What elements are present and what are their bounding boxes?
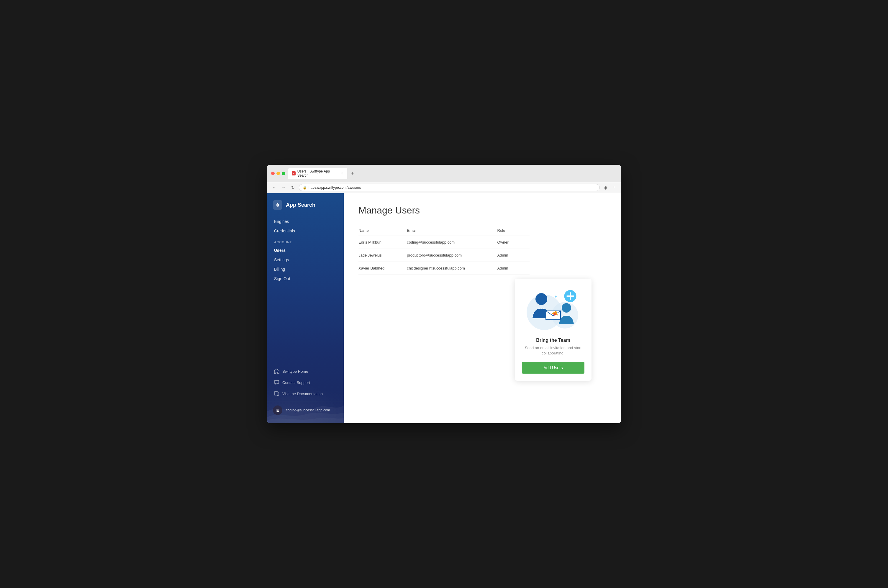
tab-close-button[interactable]: ✕ [340, 171, 344, 176]
col-header-role: Role [497, 225, 530, 236]
svg-point-9 [553, 313, 556, 315]
browser-tab-active[interactable]: S Users | Swiftype App Search ✕ [288, 168, 347, 179]
sidebar-bottom: Swiftype Home Contact Support Visit the … [267, 361, 344, 423]
invite-card-title: Bring the Team [522, 338, 584, 343]
sidebar-app-name: App Search [286, 202, 316, 208]
browser-window: S Users | Swiftype App Search ✕ + ← → ↻ … [267, 165, 621, 423]
sidebar-header: App Search [267, 193, 344, 217]
svg-point-2 [535, 293, 547, 305]
address-bar[interactable]: 🔒 https://app.swiftype.com/as/users [299, 184, 600, 191]
cell-email: coding@successfulapp.com [407, 236, 497, 249]
invite-card: + + Bring the Team Send an email invitat… [515, 279, 592, 381]
swiftype-home-label: Swiftype Home [282, 369, 308, 374]
cell-role: Admin [497, 262, 530, 275]
app-logo [273, 200, 282, 210]
table-row: Xavier Baldhed chicdesigner@successfulap… [358, 262, 530, 275]
menu-button[interactable]: ⋮ [610, 184, 618, 191]
invite-card-subtitle: Send an email invitation and start colla… [522, 345, 584, 356]
tab-title: Users | Swiftype App Search [298, 169, 338, 177]
main-content: Manage Users Name Email Role Edris Milkb… [344, 193, 621, 423]
sidebar-item-engines[interactable]: Engines [267, 217, 344, 226]
app-container: App Search Engines Credentials ACCOUNT U… [267, 193, 621, 423]
sidebar-user: E coding@successfulapp.com [267, 402, 344, 418]
svg-text:+: + [554, 294, 557, 299]
account-section-label: ACCOUNT [267, 236, 344, 246]
new-tab-button[interactable]: + [349, 170, 356, 177]
sidebar: App Search Engines Credentials ACCOUNT U… [267, 193, 344, 423]
cell-role: Admin [497, 249, 530, 262]
reload-button[interactable]: ↻ [289, 184, 296, 191]
sidebar-item-signout[interactable]: Sign Out [267, 274, 344, 284]
visit-docs-label: Visit the Documentation [282, 392, 323, 396]
tab-favicon: S [292, 171, 296, 176]
cell-email: chicdesigner@successfulapp.com [407, 262, 497, 275]
home-icon [274, 369, 279, 374]
page-title: Manage Users [358, 205, 606, 216]
col-header-email: Email [407, 225, 497, 236]
svg-point-3 [562, 303, 571, 313]
back-button[interactable]: ← [270, 184, 278, 191]
contact-support-label: Contact Support [282, 380, 310, 385]
swiftype-home-link[interactable]: Swiftype Home [267, 366, 344, 377]
url-text: https://app.swiftype.com/as/users [309, 186, 361, 190]
cell-name: Xavier Baldhed [358, 262, 407, 275]
browser-toolbar: ← → ↻ 🔒 https://app.swiftype.com/as/user… [267, 182, 621, 193]
maximize-button[interactable] [282, 172, 285, 175]
main-area: Manage Users Name Email Role Edris Milkb… [358, 205, 606, 275]
minimize-button[interactable] [276, 172, 280, 175]
browser-titlebar: S Users | Swiftype App Search ✕ + [267, 165, 621, 182]
book-icon [274, 391, 279, 396]
contact-support-link[interactable]: Contact Support [267, 377, 344, 388]
forward-button[interactable]: → [280, 184, 287, 191]
cell-name: Edris Milkbun [358, 236, 407, 249]
sidebar-item-credentials[interactable]: Credentials [267, 226, 344, 236]
cell-email: productpro@successfulapp.com [407, 249, 497, 262]
sidebar-nav: Engines Credentials ACCOUNT Users Settin… [267, 217, 344, 361]
visit-docs-link[interactable]: Visit the Documentation [267, 388, 344, 399]
cell-role: Owner [497, 236, 530, 249]
add-users-button[interactable]: Add Users [522, 362, 584, 374]
close-button[interactable] [271, 172, 275, 175]
sidebar-item-users[interactable]: Users [267, 246, 344, 255]
user-email: coding@successfulapp.com [286, 408, 330, 412]
lock-icon: 🔒 [303, 186, 307, 190]
traffic-lights [271, 172, 285, 175]
users-table: Name Email Role Edris Milkbun coding@suc… [358, 225, 530, 275]
toolbar-actions: ◉ ⋮ [602, 184, 618, 191]
chat-icon [274, 380, 279, 385]
sidebar-item-settings[interactable]: Settings [267, 255, 344, 264]
invite-illustration: + + [524, 286, 583, 333]
extensions-button[interactable]: ◉ [602, 184, 609, 191]
col-header-name: Name [358, 225, 407, 236]
sidebar-item-billing[interactable]: Billing [267, 264, 344, 274]
table-row: Edris Milkbun coding@successfulapp.com O… [358, 236, 530, 249]
table-row: Jade Jewelus productpro@successfulapp.co… [358, 249, 530, 262]
user-avatar: E [273, 405, 282, 415]
cell-name: Jade Jewelus [358, 249, 407, 262]
browser-tab-bar: S Users | Swiftype App Search ✕ + [288, 168, 617, 179]
